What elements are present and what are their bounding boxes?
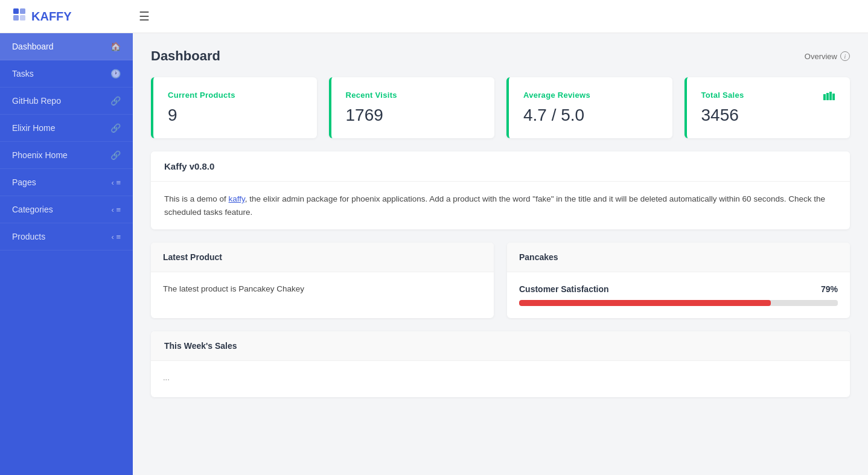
sidebar-item-categories[interactable]: Categories ‹ ≡	[0, 196, 133, 223]
sidebar-item-pages[interactable]: Pages ‹ ≡	[0, 169, 133, 196]
sidebar-item-label: Phoenix Home	[12, 150, 110, 160]
expand-icon: ‹ ≡	[111, 178, 121, 187]
info-icon: i	[840, 51, 850, 61]
sidebar-item-label: Products	[12, 232, 111, 241]
sidebar-item-github-repo[interactable]: GitHub Repo 🔗	[0, 88, 133, 115]
svg-rect-2	[13, 15, 19, 21]
sidebar-item-dashboard[interactable]: Dashboard 🏠	[0, 33, 133, 60]
svg-rect-0	[13, 8, 19, 14]
sidebar-item-phoenix-home[interactable]: Phoenix Home 🔗	[0, 142, 133, 169]
sidebar-item-label: Elixir Home	[12, 123, 110, 133]
page-title: Dashboard	[151, 48, 220, 64]
kaffy-link[interactable]: kaffy	[229, 194, 245, 203]
stat-card-recent-visits: Recent Visits 1769	[329, 77, 495, 138]
expand-icon: ‹ ≡	[111, 232, 121, 241]
stat-label: Recent Visits	[346, 91, 480, 100]
link-icon: 🔗	[110, 96, 121, 106]
hamburger-menu[interactable]: ☰	[139, 9, 150, 24]
svg-rect-5	[826, 93, 829, 100]
version-body: This is a demo of kaffy, the elixir admi…	[151, 181, 850, 229]
progress-track	[519, 300, 838, 306]
stat-label: Total Sales	[701, 91, 744, 100]
svg-rect-3	[20, 15, 25, 21]
link-icon: 🔗	[110, 150, 121, 160]
progress-bar	[519, 300, 771, 306]
overview-text: Overview	[805, 52, 837, 61]
pancakes-header: Pancakes	[507, 243, 850, 272]
satisfaction-percent: 79%	[821, 284, 838, 294]
weekly-sales-title: This Week's Sales	[151, 331, 850, 361]
weekly-sales-body: ...	[151, 361, 850, 397]
pancakes-panel: Pancakes Customer Satisfaction 79%	[507, 243, 850, 318]
weekly-sales-section: This Week's Sales ...	[151, 331, 850, 397]
sidebar-item-label: Pages	[12, 177, 111, 187]
stat-label: Current Products	[168, 91, 302, 100]
sidebar-item-elixir-home[interactable]: Elixir Home 🔗	[0, 115, 133, 142]
sidebar-item-label: Tasks	[12, 69, 110, 78]
main-content: Dashboard Overview i Current Products 9 …	[133, 33, 868, 475]
stat-card-total-sales: Total Sales 3456	[685, 77, 850, 138]
satisfaction-label: Customer Satisfaction	[519, 284, 609, 294]
svg-rect-6	[829, 92, 832, 100]
svg-rect-4	[823, 94, 826, 100]
sidebar-item-products[interactable]: Products ‹ ≡	[0, 223, 133, 250]
link-icon: 🔗	[110, 123, 121, 133]
home-icon: 🏠	[110, 42, 121, 51]
stat-card-header: Total Sales	[701, 91, 836, 106]
sidebar-item-label: GitHub Repo	[12, 96, 110, 106]
stat-card-current-products: Current Products 9	[151, 77, 317, 138]
latest-product-header: Latest Product	[151, 243, 494, 272]
clock-icon: 🕐	[110, 69, 121, 78]
page-header: Dashboard Overview i	[151, 48, 850, 64]
expand-icon: ‹ ≡	[111, 205, 121, 214]
chart-icon	[823, 91, 835, 103]
progress-label: Customer Satisfaction 79%	[519, 284, 838, 294]
stat-card-average-reviews: Average Reviews 4.7 / 5.0	[506, 77, 672, 138]
two-col-section: Latest Product The latest product is Pan…	[151, 243, 850, 318]
sidebar-item-tasks[interactable]: Tasks 🕐	[0, 60, 133, 88]
latest-product-panel: Latest Product The latest product is Pan…	[151, 243, 494, 318]
logo-icon	[12, 7, 27, 25]
overview-label: Overview i	[805, 51, 850, 61]
version-title: Kaffy v0.8.0	[151, 151, 850, 181]
stats-grid: Current Products 9 Recent Visits 1769 Av…	[151, 77, 850, 138]
stat-value: 4.7 / 5.0	[523, 106, 658, 125]
sidebar-item-label: Dashboard	[12, 42, 110, 51]
version-section: Kaffy v0.8.0 This is a demo of kaffy, th…	[151, 151, 850, 229]
stat-value: 1769	[346, 106, 480, 125]
latest-product-body: The latest product is Pancakey Chakey	[151, 272, 494, 305]
logo[interactable]: KAFFY	[12, 7, 133, 25]
stat-label: Average Reviews	[523, 91, 658, 100]
layout: Dashboard 🏠 Tasks 🕐 GitHub Repo 🔗 Elixir…	[0, 33, 868, 475]
pancakes-body: Customer Satisfaction 79%	[507, 272, 850, 318]
sidebar-item-label: Categories	[12, 205, 111, 214]
logo-text: KAFFY	[31, 10, 72, 24]
stat-value: 9	[168, 106, 302, 125]
sidebar: Dashboard 🏠 Tasks 🕐 GitHub Repo 🔗 Elixir…	[0, 33, 133, 475]
topbar: KAFFY ☰	[0, 0, 868, 33]
svg-rect-7	[832, 94, 835, 100]
svg-rect-1	[20, 8, 25, 14]
stat-value: 3456	[701, 106, 836, 125]
